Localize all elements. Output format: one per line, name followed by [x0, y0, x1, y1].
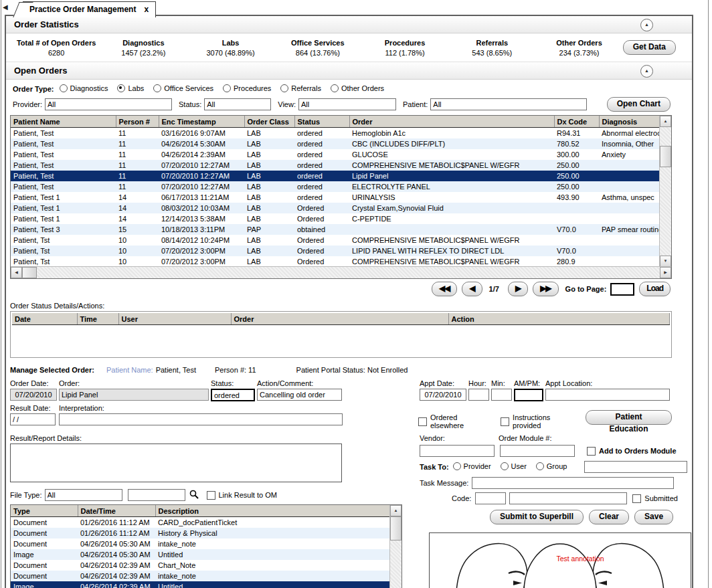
- status-details-table[interactable]: DateTimeUserOrderAction: [10, 311, 672, 358]
- status-details-header[interactable]: DateTimeUserOrderAction: [12, 313, 670, 325]
- scroll-left-icon[interactable]: ◀: [11, 267, 22, 278]
- table-row[interactable]: Patient, Test1107/20/2010 12:27AMLABorde…: [11, 181, 660, 192]
- scroll-right-icon[interactable]: ▶: [660, 267, 671, 278]
- submit-superbill-button[interactable]: Submit to Superbill: [490, 510, 584, 524]
- table-row[interactable]: Patient, Test1107/20/2010 12:27AMLABorde…: [11, 171, 660, 181]
- column-header[interactable]: Action: [448, 313, 670, 325]
- scroll-up-icon[interactable]: ▲: [660, 116, 671, 127]
- open-chart-button[interactable]: Open Chart: [607, 97, 671, 112]
- hour-input[interactable]: [468, 389, 489, 401]
- column-header[interactable]: Patient Name: [11, 116, 116, 128]
- order-module-input[interactable]: [500, 445, 575, 457]
- column-header[interactable]: Status: [294, 116, 349, 128]
- table-row[interactable]: Patient, Test 11412/14/2013 5:38AMLABOrd…: [11, 213, 660, 224]
- submitted-checkbox[interactable]: Submitted: [632, 494, 678, 503]
- task-message-input[interactable]: [472, 477, 674, 489]
- radio-labs[interactable]: Labs: [117, 84, 144, 92]
- last-page-button[interactable]: ▶▶: [533, 282, 558, 296]
- table-row[interactable]: Patient, Test1103/16/2016 9:07AMLABorder…: [11, 128, 660, 139]
- radio-office-services[interactable]: Office Services: [153, 84, 213, 92]
- goto-page-input[interactable]: [610, 283, 634, 296]
- code-input-1[interactable]: [475, 492, 506, 504]
- patient-name-link[interactable]: Patient Name:: [106, 366, 153, 374]
- search-icon[interactable]: [189, 490, 199, 500]
- status-input[interactable]: [211, 389, 255, 401]
- tab-scroll-left-icon[interactable]: ◀: [3, 3, 8, 11]
- table-row[interactable]: Patient, Test 31510/18/2013 3:11PMPAPobt…: [11, 224, 660, 235]
- ampm-input[interactable]: [514, 389, 543, 401]
- orders-horizontal-scrollbar[interactable]: ◀ ▶: [11, 266, 671, 278]
- provider-input[interactable]: [45, 98, 172, 110]
- files-vertical-scrollbar[interactable]: ▲ ▼: [389, 505, 402, 588]
- appt-date-input[interactable]: [420, 389, 466, 401]
- radio-provider[interactable]: Provider: [453, 462, 491, 470]
- table-row[interactable]: Patient, Test1107/20/2010 12:27AMLABorde…: [11, 160, 660, 171]
- column-header[interactable]: Enc Timestamp: [159, 116, 244, 128]
- code-input-2[interactable]: [509, 492, 627, 504]
- table-row[interactable]: Document01/26/2016 11:12 AMHistory & Phy…: [11, 528, 390, 538]
- load-button[interactable]: Load: [639, 282, 671, 296]
- column-header[interactable]: Type: [11, 505, 78, 517]
- result-date-input[interactable]: [10, 413, 56, 425]
- tab-practice-order-management[interactable]: Practice Order Managementx: [23, 1, 156, 17]
- column-header[interactable]: Description: [155, 505, 390, 517]
- radio-diagnostics[interactable]: Diagnostics: [60, 84, 108, 92]
- column-header[interactable]: Diagnosis: [599, 116, 660, 128]
- order-input[interactable]: [59, 389, 209, 401]
- min-input[interactable]: [491, 389, 512, 401]
- tab-close-icon[interactable]: x: [144, 5, 149, 14]
- file-search-input[interactable]: [128, 489, 185, 501]
- previous-page-button[interactable]: ◀: [462, 282, 482, 296]
- instructions-provided-checkbox[interactable]: Instructions provided: [501, 413, 579, 429]
- vendor-input[interactable]: [420, 445, 495, 457]
- scroll-up-icon[interactable]: ▲: [390, 505, 402, 516]
- scroll-thumb[interactable]: [22, 267, 37, 278]
- radio-user[interactable]: User: [501, 462, 527, 470]
- save-button[interactable]: Save: [634, 510, 673, 524]
- radio-group[interactable]: Group: [536, 462, 567, 470]
- collapse-open-orders-button[interactable]: ▲: [640, 65, 653, 78]
- table-row[interactable]: Document01/26/2016 11:12 AMCARD_docPatie…: [11, 517, 390, 528]
- table-row[interactable]: Patient, Test 11406/17/2013 11:21AMLABor…: [11, 192, 660, 203]
- table-row[interactable]: Document04/26/2014 02:39 AMintake_note: [11, 571, 390, 581]
- get-data-button[interactable]: Get Data: [623, 40, 676, 55]
- orders-table[interactable]: Patient NamePerson #Enc TimestampOrder C…: [10, 115, 672, 279]
- ordered-elsewhere-checkbox[interactable]: Ordered elsewhere: [418, 413, 491, 429]
- column-header[interactable]: Date: [12, 313, 77, 325]
- order-date-input[interactable]: [10, 389, 57, 401]
- radio-referrals[interactable]: Referrals: [280, 84, 321, 92]
- collapse-order-statistics-button[interactable]: ▲: [640, 19, 653, 31]
- table-row[interactable]: Image04/26/2014 02:39 AMUntitled: [11, 581, 390, 588]
- table-row[interactable]: Document04/26/2014 02:39 AMChart_Note: [11, 560, 390, 571]
- result-report-textarea[interactable]: [10, 444, 342, 482]
- view-input[interactable]: [298, 98, 396, 110]
- radio-procedures[interactable]: Procedures: [223, 84, 271, 92]
- column-header[interactable]: User: [118, 313, 231, 325]
- table-row[interactable]: Patient, Tst1008/14/2012 10:24PMLABOrder…: [11, 235, 660, 246]
- annotation-image[interactable]: Test annotation: [429, 532, 691, 588]
- table-row[interactable]: Patient, Tst1007/20/2012 3:00PMLABOrdere…: [11, 246, 660, 256]
- task-to-input[interactable]: [584, 461, 687, 473]
- file-type-input[interactable]: [45, 489, 122, 501]
- scroll-thumb[interactable]: [660, 146, 671, 167]
- next-page-button[interactable]: ▶: [508, 282, 528, 296]
- orders-table-header[interactable]: Patient NamePerson #Enc TimestampOrder C…: [11, 116, 660, 128]
- table-row[interactable]: Image04/26/2014 05:30 AMUntitled: [11, 549, 390, 560]
- table-row[interactable]: Patient, Test 11408/03/2012 10:03AMLABOr…: [11, 203, 660, 213]
- files-table-header[interactable]: TypeDate/TimeDescription: [11, 505, 390, 517]
- column-header[interactable]: Date/Time: [78, 505, 155, 517]
- table-row[interactable]: Document04/26/2014 05:30 AMintake_note: [11, 538, 390, 549]
- column-header[interactable]: Order: [349, 116, 554, 128]
- first-page-button[interactable]: ◀◀: [432, 282, 457, 296]
- column-header[interactable]: Order Class: [244, 116, 294, 128]
- column-header[interactable]: Dx Code: [554, 116, 599, 128]
- radio-other-orders[interactable]: Other Orders: [331, 84, 384, 92]
- orders-vertical-scrollbar[interactable]: ▲ ▼: [659, 116, 671, 267]
- files-table[interactable]: TypeDate/TimeDescription Document01/26/2…: [10, 504, 402, 588]
- clear-button[interactable]: Clear: [589, 510, 629, 524]
- table-row[interactable]: Patient, Test1104/26/2014 5:30AMLABorder…: [11, 138, 660, 149]
- add-to-orders-checkbox[interactable]: Add to Orders Module: [587, 447, 677, 456]
- patient-education-button[interactable]: Patient Education: [586, 410, 672, 425]
- column-header[interactable]: Time: [77, 313, 118, 325]
- patient-filter-input[interactable]: [430, 98, 587, 110]
